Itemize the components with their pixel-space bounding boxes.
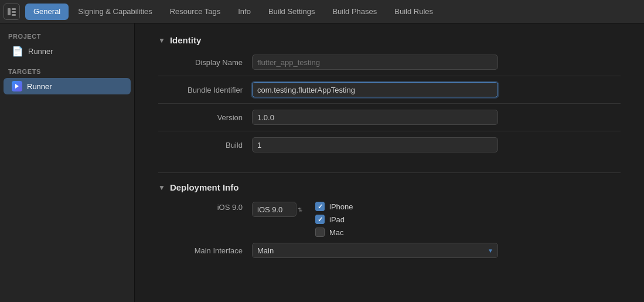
iphone-checkbox[interactable] [315,202,325,211]
bundle-id-row: Bundle Identifier [158,82,621,104]
sidebar-target-runner-label: Runner [27,82,52,91]
main-interface-select[interactable]: Main [252,243,498,258]
content-area: ▼ Identity Display Name Bundle Identifie… [135,23,644,302]
display-name-field [252,55,498,70]
iphone-label: iPhone [329,202,353,211]
mac-label: Mac [329,228,344,237]
svg-rect-3 [12,14,16,16]
deployment-section: ▼ Deployment Info iOS 9.0 iOS 9.0 iPhone [158,182,621,264]
bundle-id-input[interactable] [252,82,498,97]
display-name-input[interactable] [252,55,498,70]
build-field [252,137,498,152]
bundle-id-label: Bundle Identifier [158,86,252,94]
ipad-check-row: iPad [315,215,353,224]
ipad-checkbox[interactable] [315,215,325,224]
tab-build-rules[interactable]: Build Rules [386,4,441,20]
tab-build-settings[interactable]: Build Settings [260,4,323,20]
identity-section: ▼ Identity Display Name Bundle Identifie… [158,35,621,158]
section-divider [158,172,621,173]
sidebar: PROJECT 📄 Runner TARGETS Runner [0,23,135,302]
main-interface-row: Main Interface Main [158,243,621,264]
ios-version-wrapper: iOS 9.0 [252,202,306,217]
runner-icon [12,81,22,91]
version-label: Version [158,113,252,122]
main-interface-label: Main Interface [158,246,252,255]
display-name-label: Display Name [158,58,252,67]
device-checks: iPhone iPad Mac [315,202,353,237]
svg-rect-1 [12,8,16,10]
bundle-id-field [252,82,498,97]
build-row: Build [158,137,621,158]
iphone-check-row: iPhone [315,202,353,211]
ipad-label: iPad [329,215,345,224]
tab-info[interactable]: Info [230,4,259,20]
identity-section-title: Identity [170,35,201,45]
sidebar-toggle[interactable] [4,4,20,20]
ios-devices-row: iOS 9.0 iOS 9.0 iPhone iPad [158,202,621,237]
deployment-section-title: Deployment Info [170,182,239,192]
version-row: Version [158,110,621,131]
sidebar-item-project-runner[interactable]: 📄 Runner [4,43,131,60]
sidebar-item-target-runner[interactable]: Runner [4,78,131,94]
version-field [252,110,498,125]
version-input[interactable] [252,110,498,125]
project-icon: 📄 [12,46,23,57]
identity-chevron[interactable]: ▼ [158,36,165,45]
project-section-label: PROJECT [0,29,134,42]
deployment-section-header: ▼ Deployment Info [158,182,621,192]
build-input[interactable] [252,137,498,152]
main-layout: PROJECT 📄 Runner TARGETS Runner ▼ Identi… [0,23,644,302]
main-interface-select-wrapper: Main [252,243,498,258]
mac-checkbox[interactable] [315,228,325,237]
build-label: Build [158,141,252,150]
ios-version-select[interactable]: iOS 9.0 [252,202,297,217]
main-interface-field: Main [252,243,498,258]
mac-check-row: Mac [315,228,353,237]
display-name-row: Display Name [158,55,621,76]
identity-section-header: ▼ Identity [158,35,621,45]
svg-rect-0 [8,8,11,15]
tab-signing[interactable]: Signing & Capabilities [70,4,160,20]
tab-general[interactable]: General [25,4,69,20]
ios-label: iOS 9.0 [158,202,252,212]
deployment-chevron[interactable]: ▼ [158,184,165,192]
targets-section-label: TARGETS [0,65,134,77]
tab-bar: General Signing & Capabilities Resource … [0,0,644,23]
sidebar-project-runner-label: Runner [28,47,53,56]
tab-build-phases[interactable]: Build Phases [324,4,385,20]
svg-rect-2 [12,11,16,13]
tab-resource-tags[interactable]: Resource Tags [162,4,229,20]
